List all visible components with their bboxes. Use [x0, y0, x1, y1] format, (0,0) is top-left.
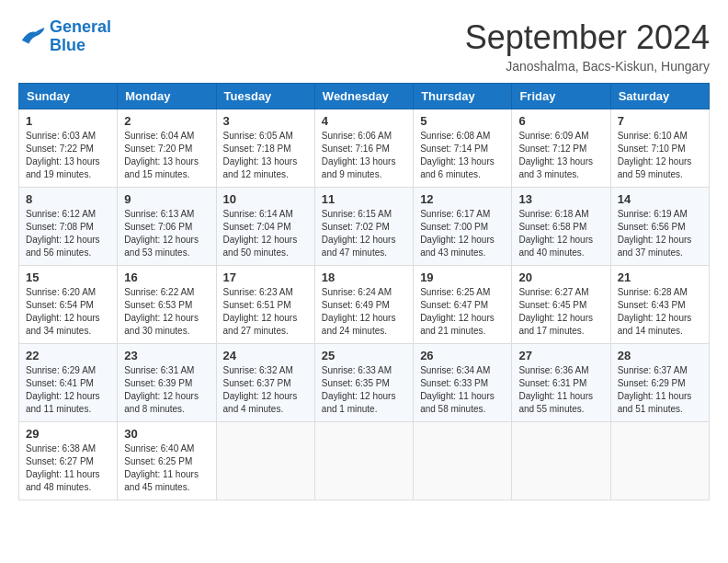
- day-info: Sunrise: 6:18 AM Sunset: 6:58 PM Dayligh…: [518, 208, 603, 259]
- day-number: 8: [26, 192, 110, 206]
- day-number: 4: [322, 114, 406, 128]
- day-number: 6: [518, 114, 603, 128]
- calendar-table: SundayMondayTuesdayWednesdayThursdayFrid…: [18, 83, 710, 500]
- day-number: 15: [26, 270, 110, 284]
- weekday-header-saturday: Saturday: [610, 84, 709, 109]
- weekday-header-friday: Friday: [512, 84, 610, 109]
- day-cell-18: 18Sunrise: 6:24 AM Sunset: 6:49 PM Dayli…: [314, 266, 413, 344]
- day-number: 24: [223, 349, 308, 362]
- day-cell-28: 28Sunrise: 6:37 AM Sunset: 6:29 PM Dayli…: [610, 344, 709, 422]
- empty-cell: [216, 422, 314, 500]
- day-cell-15: 15Sunrise: 6:20 AM Sunset: 6:54 PM Dayli…: [19, 266, 118, 344]
- day-cell-13: 13Sunrise: 6:18 AM Sunset: 6:58 PM Dayli…: [512, 188, 610, 266]
- day-cell-30: 30Sunrise: 6:40 AM Sunset: 6:25 PM Dayli…: [118, 422, 216, 500]
- day-cell-17: 17Sunrise: 6:23 AM Sunset: 6:51 PM Dayli…: [216, 266, 314, 344]
- day-cell-12: 12Sunrise: 6:17 AM Sunset: 7:00 PM Dayli…: [414, 188, 512, 266]
- weekday-header-sunday: Sunday: [19, 84, 118, 109]
- day-number: 18: [322, 270, 406, 284]
- day-number: 7: [618, 114, 702, 128]
- week-row-1: 1Sunrise: 6:03 AM Sunset: 7:22 PM Daylig…: [19, 109, 710, 188]
- week-row-3: 15Sunrise: 6:20 AM Sunset: 6:54 PM Dayli…: [19, 266, 710, 344]
- empty-cell: [512, 422, 610, 500]
- day-info: Sunrise: 6:14 AM Sunset: 7:04 PM Dayligh…: [223, 208, 308, 259]
- day-cell-1: 1Sunrise: 6:03 AM Sunset: 7:22 PM Daylig…: [19, 109, 118, 188]
- day-cell-2: 2Sunrise: 6:04 AM Sunset: 7:20 PM Daylig…: [118, 109, 216, 188]
- day-number: 22: [26, 349, 110, 362]
- week-row-4: 22Sunrise: 6:29 AM Sunset: 6:41 PM Dayli…: [19, 344, 710, 422]
- day-number: 10: [223, 192, 308, 206]
- day-cell-27: 27Sunrise: 6:36 AM Sunset: 6:31 PM Dayli…: [512, 344, 610, 422]
- day-info: Sunrise: 6:20 AM Sunset: 6:54 PM Dayligh…: [26, 286, 110, 338]
- day-number: 30: [124, 427, 209, 441]
- day-info: Sunrise: 6:22 AM Sunset: 6:53 PM Dayligh…: [124, 286, 209, 338]
- day-cell-14: 14Sunrise: 6:19 AM Sunset: 6:56 PM Dayli…: [610, 188, 709, 266]
- day-cell-19: 19Sunrise: 6:25 AM Sunset: 6:47 PM Dayli…: [414, 266, 512, 344]
- day-info: Sunrise: 6:37 AM Sunset: 6:29 PM Dayligh…: [618, 364, 702, 416]
- logo-text: General Blue: [50, 18, 111, 55]
- day-info: Sunrise: 6:24 AM Sunset: 6:49 PM Dayligh…: [322, 286, 406, 338]
- weekday-header-tuesday: Tuesday: [216, 84, 314, 109]
- day-number: 27: [518, 349, 603, 362]
- day-info: Sunrise: 6:31 AM Sunset: 6:39 PM Dayligh…: [124, 364, 209, 416]
- day-number: 9: [124, 192, 209, 206]
- day-info: Sunrise: 6:32 AM Sunset: 6:37 PM Dayligh…: [223, 364, 308, 416]
- day-number: 16: [124, 270, 209, 284]
- day-info: Sunrise: 6:09 AM Sunset: 7:12 PM Dayligh…: [518, 130, 603, 181]
- weekday-header-thursday: Thursday: [414, 84, 512, 109]
- day-cell-8: 8Sunrise: 6:12 AM Sunset: 7:08 PM Daylig…: [19, 188, 118, 266]
- day-info: Sunrise: 6:19 AM Sunset: 6:56 PM Dayligh…: [618, 208, 702, 259]
- day-number: 2: [124, 114, 209, 128]
- day-cell-20: 20Sunrise: 6:27 AM Sunset: 6:45 PM Dayli…: [512, 266, 610, 344]
- day-number: 23: [124, 349, 209, 362]
- day-info: Sunrise: 6:13 AM Sunset: 7:06 PM Dayligh…: [124, 208, 209, 259]
- weekday-header-monday: Monday: [118, 84, 216, 109]
- location: Janoshalma, Bacs-Kiskun, Hungary: [465, 59, 710, 74]
- day-info: Sunrise: 6:25 AM Sunset: 6:47 PM Dayligh…: [420, 286, 505, 338]
- day-info: Sunrise: 6:17 AM Sunset: 7:00 PM Dayligh…: [420, 208, 505, 259]
- day-number: 1: [26, 114, 110, 128]
- month-title: September 2024: [465, 18, 710, 57]
- day-info: Sunrise: 6:28 AM Sunset: 6:43 PM Dayligh…: [618, 286, 702, 338]
- day-info: Sunrise: 6:40 AM Sunset: 6:25 PM Dayligh…: [124, 442, 209, 494]
- day-number: 14: [618, 192, 702, 206]
- day-number: 25: [322, 349, 406, 362]
- day-number: 19: [420, 270, 505, 284]
- day-info: Sunrise: 6:10 AM Sunset: 7:10 PM Dayligh…: [618, 130, 702, 181]
- day-cell-22: 22Sunrise: 6:29 AM Sunset: 6:41 PM Dayli…: [19, 344, 118, 422]
- empty-cell: [414, 422, 512, 500]
- day-number: 11: [322, 192, 406, 206]
- weekday-header-row: SundayMondayTuesdayWednesdayThursdayFrid…: [19, 84, 710, 109]
- day-info: Sunrise: 6:34 AM Sunset: 6:33 PM Dayligh…: [420, 364, 505, 416]
- day-cell-21: 21Sunrise: 6:28 AM Sunset: 6:43 PM Dayli…: [610, 266, 709, 344]
- day-number: 21: [618, 270, 702, 284]
- day-info: Sunrise: 6:33 AM Sunset: 6:35 PM Dayligh…: [322, 364, 406, 416]
- day-info: Sunrise: 6:03 AM Sunset: 7:22 PM Dayligh…: [26, 130, 110, 181]
- day-cell-5: 5Sunrise: 6:08 AM Sunset: 7:14 PM Daylig…: [414, 109, 512, 188]
- day-number: 12: [420, 192, 505, 206]
- day-cell-16: 16Sunrise: 6:22 AM Sunset: 6:53 PM Dayli…: [118, 266, 216, 344]
- day-info: Sunrise: 6:23 AM Sunset: 6:51 PM Dayligh…: [223, 286, 308, 338]
- day-number: 5: [420, 114, 505, 128]
- day-cell-3: 3Sunrise: 6:05 AM Sunset: 7:18 PM Daylig…: [216, 109, 314, 188]
- day-cell-25: 25Sunrise: 6:33 AM Sunset: 6:35 PM Dayli…: [314, 344, 413, 422]
- day-cell-23: 23Sunrise: 6:31 AM Sunset: 6:39 PM Dayli…: [118, 344, 216, 422]
- day-info: Sunrise: 6:15 AM Sunset: 7:02 PM Dayligh…: [322, 208, 406, 259]
- day-number: 3: [223, 114, 308, 128]
- day-info: Sunrise: 6:08 AM Sunset: 7:14 PM Dayligh…: [420, 130, 505, 181]
- day-number: 29: [26, 427, 110, 441]
- day-cell-7: 7Sunrise: 6:10 AM Sunset: 7:10 PM Daylig…: [610, 109, 709, 188]
- empty-cell: [314, 422, 413, 500]
- week-row-2: 8Sunrise: 6:12 AM Sunset: 7:08 PM Daylig…: [19, 188, 710, 266]
- day-cell-6: 6Sunrise: 6:09 AM Sunset: 7:12 PM Daylig…: [512, 109, 610, 188]
- day-info: Sunrise: 6:12 AM Sunset: 7:08 PM Dayligh…: [26, 208, 110, 259]
- day-cell-10: 10Sunrise: 6:14 AM Sunset: 7:04 PM Dayli…: [216, 188, 314, 266]
- day-info: Sunrise: 6:36 AM Sunset: 6:31 PM Dayligh…: [518, 364, 603, 416]
- empty-cell: [610, 422, 709, 500]
- day-cell-29: 29Sunrise: 6:38 AM Sunset: 6:27 PM Dayli…: [19, 422, 118, 500]
- day-info: Sunrise: 6:27 AM Sunset: 6:45 PM Dayligh…: [518, 286, 603, 338]
- day-number: 20: [518, 270, 603, 284]
- day-number: 26: [420, 349, 505, 362]
- day-info: Sunrise: 6:05 AM Sunset: 7:18 PM Dayligh…: [223, 130, 308, 181]
- day-cell-4: 4Sunrise: 6:06 AM Sunset: 7:16 PM Daylig…: [314, 109, 413, 188]
- day-cell-26: 26Sunrise: 6:34 AM Sunset: 6:33 PM Dayli…: [414, 344, 512, 422]
